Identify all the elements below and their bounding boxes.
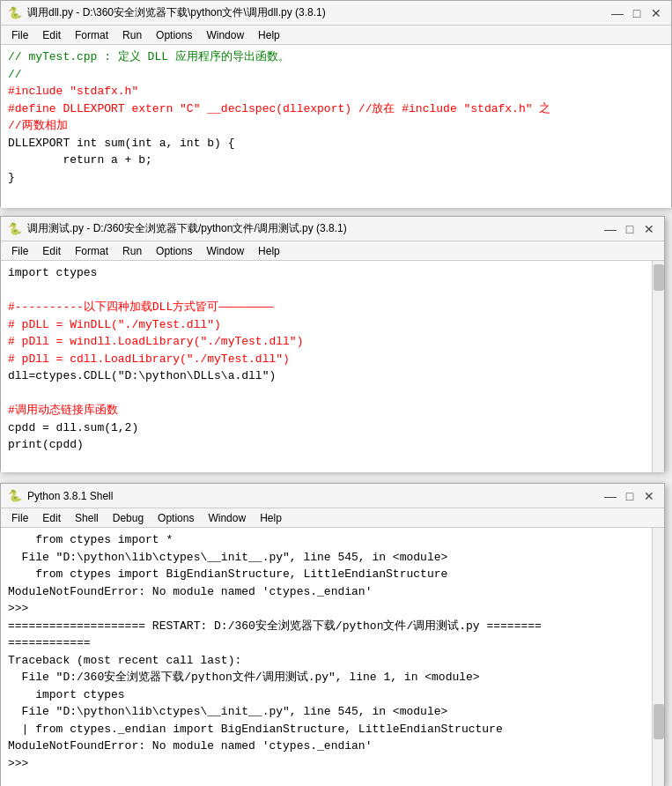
menu-options-win1[interactable]: Options — [149, 27, 199, 43]
code-line: #define DLLEXPORT extern "C" __declspec(… — [8, 102, 550, 115]
menu-format-win2[interactable]: Format — [68, 243, 115, 259]
code-area-win1[interactable]: // myTest.cpp : 定义 DLL 应用程序的导出函数。 // #in… — [1, 45, 671, 208]
shell-line: from ctypes import BigEndianStructure, L… — [8, 567, 447, 581]
maximize-btn-win1[interactable]: □ — [629, 5, 645, 21]
code-line: # pDll = windll.LoadLibrary("./myTest.dl… — [8, 335, 303, 348]
code-line: # pDll = cdll.LoadLibrary("./myTest.dll"… — [8, 352, 290, 366]
shell-line: import ctypes — [8, 688, 125, 701]
title-bar-win3[interactable]: 🐍 Python 3.8.1 Shell — □ ✕ — [1, 484, 664, 508]
menu-run-win2[interactable]: Run — [115, 243, 149, 259]
menu-run-win1[interactable]: Run — [115, 27, 149, 43]
code-line: cpdd = dll.sum(1,2) — [8, 421, 138, 434]
minimize-btn-win3[interactable]: — — [602, 488, 618, 504]
shell-line: File "D:/360安全浏览器下载/python文件/调用测试.py", l… — [8, 671, 480, 684]
title-bar-win1[interactable]: 🐍 调用dll.py - D:\360安全浏览器下载\python文件\调用dl… — [1, 1, 671, 26]
menu-edit-win3[interactable]: Edit — [35, 510, 68, 526]
close-btn-win2[interactable]: ✕ — [641, 221, 657, 237]
menu-format-win1[interactable]: Format — [68, 27, 115, 43]
shell-line: ==================== RESTART: D:/360安全浏览… — [8, 619, 542, 633]
window-icon-win2: 🐍 — [8, 222, 22, 236]
code-line: // myTest.cpp : 定义 DLL 应用程序的导出函数。 — [8, 50, 290, 63]
shell-line: File "D:\python\lib\ctypes\__init__.py",… — [8, 551, 447, 564]
window-shell: 🐍 Python 3.8.1 Shell — □ ✕ File Edit She… — [0, 483, 665, 786]
menu-help-win2[interactable]: Help — [251, 243, 287, 259]
code-line: //两数相加 — [8, 119, 68, 132]
scrollbar-win3[interactable] — [652, 528, 664, 786]
scrollbar-thumb-win3[interactable] — [654, 704, 664, 739]
title-text-win1: 调用dll.py - D:\360安全浏览器下载\python文件\调用dll.… — [27, 5, 609, 20]
maximize-btn-win2[interactable]: □ — [622, 221, 638, 237]
close-btn-win3[interactable]: ✕ — [641, 488, 657, 504]
shell-line: ModuleNotFoundError: No module named 'ct… — [8, 585, 372, 598]
menu-window-win3[interactable]: Window — [201, 510, 253, 526]
code-line: dll=ctypes.CDLL("D:\python\DLLs\a.dll") — [8, 369, 276, 382]
menu-file-win1[interactable]: File — [4, 27, 35, 43]
shell-output: from ctypes import * File "D:\python\lib… — [8, 531, 657, 772]
menu-shell-win3[interactable]: Shell — [68, 510, 106, 526]
shell-line: ModuleNotFoundError: No module named 'ct… — [8, 739, 372, 753]
scrollbar-thumb-win2[interactable] — [654, 264, 664, 291]
window-icon-win1: 🐍 — [8, 6, 22, 20]
code-line: #include "stdafx.h" — [8, 85, 138, 98]
shell-line: Traceback (most recent call last): — [8, 654, 241, 667]
code-line — [8, 284, 15, 297]
menu-edit-win1[interactable]: Edit — [35, 27, 68, 43]
code-area-win3[interactable]: from ctypes import * File "D:\python\lib… — [1, 528, 664, 786]
title-text-win3: Python 3.8.1 Shell — [27, 490, 602, 502]
shell-line: File "D:\python\lib\ctypes\__init__.py",… — [8, 705, 447, 718]
menu-help-win3[interactable]: Help — [253, 510, 289, 526]
window-controls-win3: — □ ✕ — [602, 488, 657, 504]
menu-window-win1[interactable]: Window — [199, 27, 251, 43]
menu-help-win1[interactable]: Help — [251, 27, 287, 43]
window-controls-win2: — □ ✕ — [602, 221, 657, 237]
code-line: // — [8, 68, 22, 81]
menu-bar-win2: File Edit Format Run Options Window Help — [1, 241, 664, 261]
code-line: print(cpdd) — [8, 438, 84, 451]
close-btn-win1[interactable]: ✕ — [648, 5, 664, 21]
code-line — [8, 387, 15, 400]
code-line: } — [8, 171, 15, 184]
menu-bar-win3: File Edit Shell Debug Options Window Hel… — [1, 508, 664, 528]
window-dll-py: 🐍 调用dll.py - D:\360安全浏览器下载\python文件\调用dl… — [0, 0, 672, 207]
window-icon-win3: 🐍 — [8, 489, 22, 503]
menu-options-win2[interactable]: Options — [149, 243, 199, 259]
menu-bar-win1: File Edit Format Run Options Window Help — [1, 26, 671, 45]
code-line: #----------以下四种加载DLL方式皆可———————— — [8, 300, 274, 314]
code-line: # pDLL = WinDLL("./myTest.dll") — [8, 318, 221, 331]
minimize-btn-win1[interactable]: — — [609, 5, 625, 21]
scrollbar-win2[interactable] — [652, 261, 664, 472]
shell-line: >>> — [8, 602, 35, 615]
menu-debug-win3[interactable]: Debug — [106, 510, 151, 526]
code-area-win2[interactable]: import ctypes #----------以下四种加载DLL方式皆可——… — [1, 261, 664, 472]
code-line: #调用动态链接库函数 — [8, 404, 118, 417]
code-line: DLLEXPORT int sum(int a, int b) { — [8, 137, 234, 150]
title-text-win2: 调用测试.py - D:/360安全浏览器下载/python文件/调用测试.py… — [27, 221, 602, 236]
menu-edit-win2[interactable]: Edit — [35, 243, 68, 259]
maximize-btn-win3[interactable]: □ — [622, 488, 638, 504]
shell-prompt[interactable]: >>> — [8, 757, 35, 770]
shell-line: ============ — [8, 636, 91, 649]
code-line: import ctypes — [8, 266, 97, 279]
shell-line: | from ctypes._endian import BigEndianSt… — [8, 723, 503, 736]
menu-file-win2[interactable]: File — [4, 243, 35, 259]
code-line: return a + b; — [8, 153, 152, 167]
window-controls-win1: — □ ✕ — [609, 5, 664, 21]
minimize-btn-win2[interactable]: — — [602, 221, 618, 237]
window-test-py: 🐍 调用测试.py - D:/360安全浏览器下载/python文件/调用测试.… — [0, 216, 665, 471]
shell-line: from ctypes import * — [8, 533, 173, 546]
title-bar-win2[interactable]: 🐍 调用测试.py - D:/360安全浏览器下载/python文件/调用测试.… — [1, 217, 664, 241]
menu-file-win3[interactable]: File — [4, 510, 35, 526]
menu-options-win3[interactable]: Options — [151, 510, 201, 526]
menu-window-win2[interactable]: Window — [199, 243, 251, 259]
